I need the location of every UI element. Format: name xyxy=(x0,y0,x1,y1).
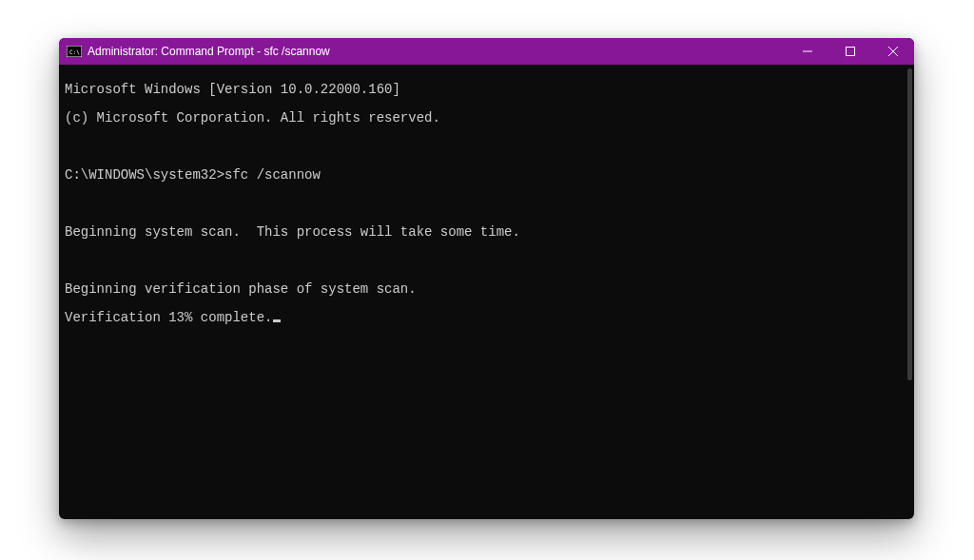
progress-text: Verification 13% complete. xyxy=(65,310,272,325)
output-line xyxy=(65,254,908,268)
progress-line: Verification 13% complete. xyxy=(65,311,908,325)
output-line: Beginning system scan. This process will… xyxy=(65,225,908,240)
minimize-button[interactable] xyxy=(786,38,828,65)
maximize-button[interactable] xyxy=(828,38,871,65)
titlebar[interactable]: C:\ Administrator: Command Prompt - sfc … xyxy=(59,38,914,65)
command-prompt-window: C:\ Administrator: Command Prompt - sfc … xyxy=(59,38,914,519)
output-line xyxy=(65,197,908,211)
text-cursor xyxy=(273,319,281,322)
output-line: (c) Microsoft Corporation. All rights re… xyxy=(65,111,908,126)
window-controls xyxy=(786,38,914,65)
close-icon xyxy=(888,47,898,56)
cmd-icon: C:\ xyxy=(67,44,82,59)
entered-command: sfc /scannow xyxy=(224,167,321,183)
terminal-output[interactable]: Microsoft Windows [Version 10.0.22000.16… xyxy=(59,65,914,519)
output-line: Beginning verification phase of system s… xyxy=(65,282,908,297)
prompt-line: C:\WINDOWS\system32>sfc /scannow xyxy=(65,168,908,183)
svg-rect-3 xyxy=(846,48,854,56)
vertical-scrollbar[interactable] xyxy=(907,68,912,380)
output-line: Microsoft Windows [Version 10.0.22000.16… xyxy=(65,83,908,97)
output-line xyxy=(65,140,908,154)
minimize-icon xyxy=(803,47,812,56)
close-button[interactable] xyxy=(871,38,914,65)
window-title: Administrator: Command Prompt - sfc /sca… xyxy=(88,45,330,58)
maximize-icon xyxy=(846,47,855,56)
prompt-path: C:\WINDOWS\system32> xyxy=(65,167,224,183)
svg-text:C:\: C:\ xyxy=(69,48,80,55)
